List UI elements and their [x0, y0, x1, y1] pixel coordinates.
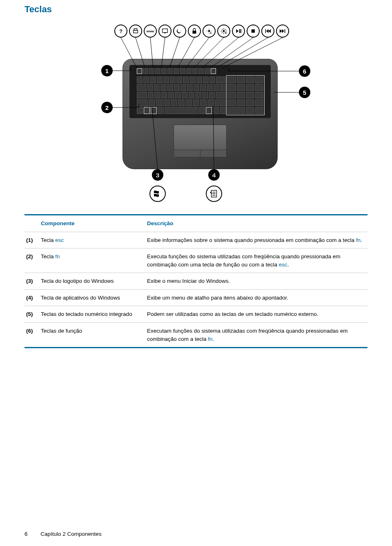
svg-rect-0: [134, 30, 138, 33]
svg-rect-3: [164, 33, 166, 34]
svg-rect-2: [163, 29, 168, 33]
svg-marker-28: [282, 29, 284, 33]
svg-line-16: [222, 29, 223, 30]
link-fn: fn: [208, 336, 212, 342]
stop-icon: ■: [247, 25, 260, 38]
link-fn: fn: [55, 253, 60, 260]
callout-3: 3: [152, 169, 163, 181]
link-esc: esc: [279, 262, 287, 268]
svg-marker-21: [236, 29, 238, 33]
svg-rect-23: [241, 29, 241, 33]
table-row: (5) Teclas do teclado numérico integrado…: [24, 306, 368, 323]
windows-logo-icon: [149, 186, 166, 202]
keyboard-diagram: ? www ■ 1 2 3 4 5 6: [82, 22, 310, 202]
table-header: Componente Descrição: [24, 215, 368, 232]
play-pause-icon: [232, 25, 245, 38]
svg-point-5: [208, 30, 210, 32]
svg-rect-1: [134, 29, 137, 31]
link-fn: fn: [356, 237, 361, 243]
page-footer: 6 Capítulo 2 Componentes: [24, 531, 102, 537]
svg-line-18: [222, 32, 223, 33]
svg-rect-22: [239, 29, 240, 33]
print-icon: [129, 25, 142, 38]
header-description: Descrição: [147, 219, 366, 228]
svg-point-11: [223, 30, 225, 32]
table-row: (6) Teclas de função Executam funções do…: [24, 323, 368, 347]
callout-6: 6: [299, 65, 310, 77]
svg-marker-25: [266, 29, 269, 33]
page-number: 6: [24, 531, 28, 537]
brightness-down-icon: [203, 25, 216, 38]
sleep-icon: [173, 25, 186, 38]
svg-marker-26: [269, 29, 271, 33]
help-icon: ?: [114, 25, 127, 38]
chapter-label: Capítulo 2 Componentes: [40, 531, 101, 537]
laptop-illustration: [122, 59, 278, 169]
link-esc: esc: [55, 237, 64, 243]
callout-4: 4: [208, 169, 220, 181]
display-icon: [158, 25, 172, 38]
lock-icon: [188, 25, 201, 38]
components-table: Componente Descrição (1) Tecla esc Exibe…: [24, 214, 368, 348]
table-row: (3) Tecla do logotipo do Windows Exibe o…: [24, 273, 368, 290]
header-component: Componente: [41, 219, 147, 228]
svg-marker-10: [210, 32, 212, 34]
table-row: (2) Tecla fn Executa funções do sistema …: [24, 248, 368, 273]
page-title: Teclas: [24, 4, 368, 15]
www-icon: www: [144, 25, 157, 38]
prev-track-icon: [261, 25, 274, 38]
callout-2: 2: [101, 102, 113, 113]
next-track-icon: [276, 25, 289, 38]
diagram-icon-row: ? www ■: [114, 25, 289, 38]
brightness-up-icon: [217, 25, 230, 38]
svg-rect-24: [265, 29, 266, 33]
table-row: (1) Tecla esc Exibe informações sobre o …: [24, 232, 368, 249]
callout-5: 5: [299, 87, 310, 98]
svg-marker-27: [280, 29, 282, 33]
svg-line-19: [225, 29, 226, 30]
callout-1: 1: [101, 65, 113, 76]
context-menu-icon: [206, 186, 222, 202]
svg-rect-4: [193, 31, 196, 34]
svg-rect-29: [285, 29, 285, 33]
table-row: (4) Tecla de aplicativos do Windows Exib…: [24, 290, 368, 307]
